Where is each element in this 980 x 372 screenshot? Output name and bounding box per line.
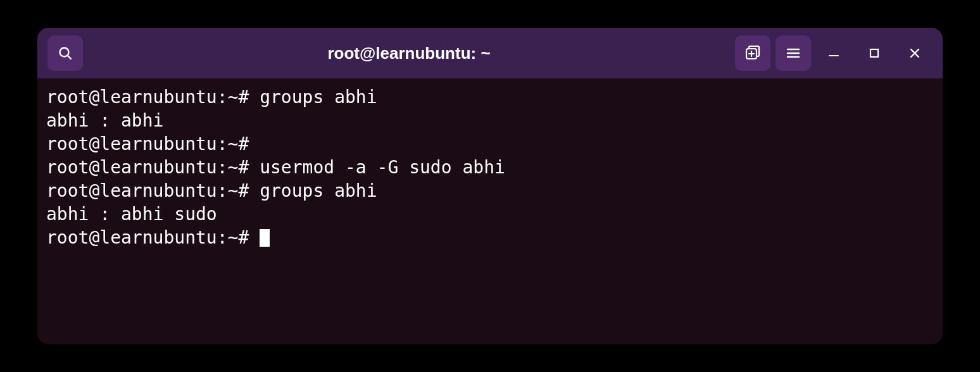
terminal-line: root@learnubuntu:~# usermod -a -G sudo a… [46, 156, 934, 180]
svg-line-1 [68, 56, 71, 59]
terminal-line: abhi : abhi [46, 109, 934, 133]
close-button[interactable] [897, 35, 933, 71]
maximize-icon [869, 48, 879, 58]
new-tab-button[interactable] [735, 35, 770, 71]
search-icon [58, 46, 73, 61]
menu-button[interactable] [776, 35, 811, 71]
terminal-body[interactable]: root@learnubuntu:~# groups abhi abhi : a… [37, 78, 943, 344]
terminal-line: root@learnubuntu:~# groups abhi [46, 180, 934, 203]
close-icon [909, 47, 920, 59]
terminal-line: root@learnubuntu:~# [46, 133, 934, 156]
terminal-line: abhi : abhi sudo [46, 203, 934, 226]
terminal-prompt: root@learnubuntu:~# [46, 227, 260, 248]
minimize-icon [828, 47, 839, 59]
window-title: root@learnubuntu: ~ [88, 44, 730, 63]
maximize-button[interactable] [857, 35, 892, 71]
terminal-line: root@learnubuntu:~# [46, 226, 934, 250]
svg-rect-9 [870, 49, 878, 57]
cursor [260, 229, 270, 247]
terminal-window: root@learnubuntu: ~ [37, 28, 943, 344]
search-button[interactable] [47, 35, 83, 71]
minimize-button[interactable] [816, 35, 851, 71]
terminal-line: root@learnubuntu:~# groups abhi [46, 86, 934, 109]
titlebar: root@learnubuntu: ~ [37, 28, 943, 78]
hamburger-icon [786, 46, 801, 61]
new-tab-icon [744, 45, 761, 61]
